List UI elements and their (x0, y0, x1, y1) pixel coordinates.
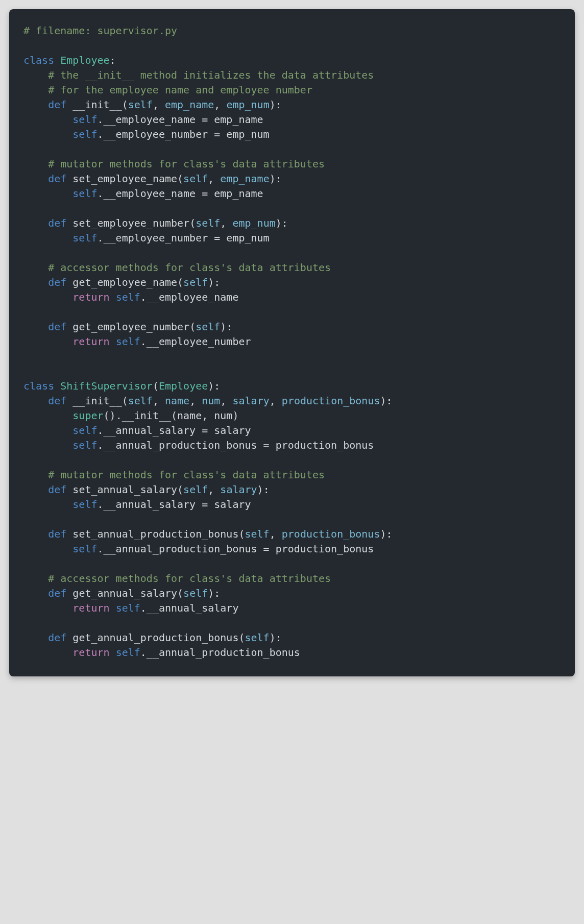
param: emp_num (232, 217, 275, 229)
param: self (245, 528, 270, 540)
code-text: .__annual_salary (140, 602, 239, 614)
code-text: .__employee_name (140, 291, 239, 303)
self-ref: self (72, 128, 97, 140)
code-text: .__annual_production_bonus = production_… (98, 543, 374, 555)
code-text: .__employee_number = emp_num (98, 232, 270, 244)
kw-def: def (48, 483, 66, 496)
self-ref: self (116, 335, 140, 348)
param: self (183, 276, 208, 288)
class-name: Employee (60, 54, 109, 66)
fn-name: get_employee_number (72, 321, 189, 333)
param: self (128, 395, 153, 407)
self-ref: self (72, 543, 97, 555)
param: salary (220, 483, 257, 496)
kw-def: def (48, 276, 66, 288)
kw-return: return (72, 291, 109, 303)
param: production_bonus (282, 528, 380, 540)
code-text: .__employee_name = emp_name (98, 187, 263, 200)
code-text: .__annual_salary = salary (98, 498, 251, 510)
code-comment: # for the employee name and employee num… (48, 84, 312, 96)
self-ref: self (116, 602, 140, 614)
kw-def: def (48, 631, 66, 644)
fn-name: set_employee_name (72, 173, 177, 185)
param: emp_name (165, 99, 214, 111)
self-ref: self (72, 498, 97, 510)
self-ref: self (72, 232, 97, 244)
fn-name: set_employee_number (72, 217, 189, 229)
self-ref: self (72, 187, 97, 200)
kw-def: def (48, 99, 66, 111)
fn-name: __init__ (72, 395, 121, 407)
code-block: # filename: supervisor.py class Employee… (9, 9, 575, 676)
code-comment: # mutator methods for class's data attri… (48, 469, 325, 481)
code-comment: # accessor methods for class's data attr… (48, 572, 331, 585)
class-name: ShiftSupervisor (60, 380, 153, 392)
param: self (128, 99, 153, 111)
super-call: super (72, 409, 103, 422)
self-ref: self (72, 439, 97, 451)
fn-name: __init__ (72, 99, 121, 111)
kw-def: def (48, 528, 66, 540)
param: emp_name (220, 173, 269, 185)
param: emp_num (226, 99, 269, 111)
fn-name: set_annual_salary (72, 483, 177, 496)
param: num (202, 395, 220, 407)
param: production_bonus (282, 395, 380, 407)
kw-return: return (72, 602, 109, 614)
param: name (165, 395, 189, 407)
self-ref: self (72, 424, 97, 436)
param: salary (232, 395, 269, 407)
self-ref: self (72, 113, 97, 126)
kw-def: def (48, 173, 66, 185)
param: self (183, 587, 208, 599)
kw-class: class (23, 380, 54, 392)
code-text: .__annual_production_bonus = production_… (98, 439, 374, 451)
fn-name: set_annual_production_bonus (72, 528, 238, 540)
kw-def: def (48, 395, 66, 407)
code-comment: # filename: supervisor.py (23, 25, 177, 37)
param: self (196, 217, 220, 229)
kw-return: return (72, 646, 109, 659)
code-comment: # mutator methods for class's data attri… (48, 158, 325, 170)
fn-name: get_employee_name (72, 276, 177, 288)
code-text: .__employee_name = emp_name (98, 113, 263, 126)
param: self (196, 321, 220, 333)
code-comment: # the __init__ method initializes the da… (48, 69, 374, 81)
fn-name: get_annual_production_bonus (72, 631, 238, 644)
base-class: Employee (159, 380, 208, 392)
code-content: # filename: supervisor.py class Employee… (23, 23, 561, 660)
code-text: .__annual_salary = salary (98, 424, 251, 436)
code-text: .__employee_number (140, 335, 251, 348)
self-ref: self (116, 291, 140, 303)
param: self (183, 173, 208, 185)
code-comment: # accessor methods for class's data attr… (48, 261, 331, 274)
param: self (245, 631, 270, 644)
kw-class: class (23, 54, 54, 66)
code-text: .__employee_number = emp_num (98, 128, 270, 140)
code-text: ().__init__(name, num) (104, 409, 239, 422)
kw-def: def (48, 321, 66, 333)
self-ref: self (116, 646, 140, 659)
kw-def: def (48, 217, 66, 229)
kw-def: def (48, 587, 66, 599)
code-text: .__annual_production_bonus (140, 646, 300, 659)
kw-return: return (72, 335, 109, 348)
param: self (183, 483, 208, 496)
fn-name: get_annual_salary (72, 587, 177, 599)
